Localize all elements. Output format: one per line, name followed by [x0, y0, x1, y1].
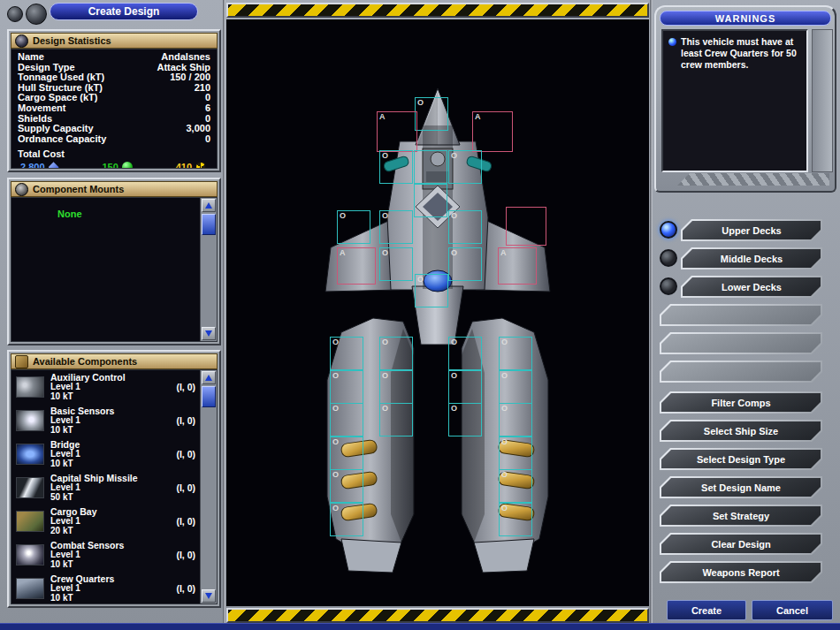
- scroll-down-icon: [205, 593, 212, 603]
- clear-design-button[interactable]: Clear Design: [660, 533, 822, 555]
- deck-button-upper-decks[interactable]: Upper Decks: [681, 219, 822, 241]
- organics-icon: [122, 162, 133, 169]
- ship-slot[interactable]: O: [379, 337, 413, 370]
- set-design-name-button[interactable]: Set Design Name: [660, 476, 822, 498]
- select-design-type-button[interactable]: Select Design Type: [660, 448, 822, 470]
- scroll-up-button[interactable]: [202, 371, 216, 384]
- component-size: 10 kT: [50, 560, 176, 570]
- ship-slot[interactable]: O: [330, 469, 363, 503]
- filter-comps-button[interactable]: Filter Comps: [660, 391, 822, 414]
- warnings-scrollbar-gutter: [812, 29, 833, 172]
- deck-button-lower-decks[interactable]: Lower Decks: [681, 276, 822, 298]
- component-level: Level 1: [50, 517, 176, 527]
- ship-slot[interactable]: O: [415, 274, 448, 307]
- cancel-button[interactable]: Cancel: [752, 600, 833, 620]
- button-label: Weapons Report: [660, 561, 822, 583]
- deck-radio-upper-decks[interactable]: [660, 221, 677, 239]
- component-list-item[interactable]: Capital Ship MissileLevel 150 kT(I, 0): [11, 471, 217, 505]
- ship-slot[interactable]: O: [448, 247, 482, 281]
- scroll-down-button[interactable]: [202, 327, 216, 340]
- weapons-report-button[interactable]: Weapons Report: [660, 561, 822, 583]
- available-components-title: Available Components: [33, 356, 137, 367]
- components-icon: [15, 355, 28, 368]
- ship-slot[interactable]: O: [379, 370, 413, 404]
- ship-slot[interactable]: O: [499, 337, 532, 370]
- ship-slot[interactable]: A: [377, 111, 417, 152]
- ship-slot[interactable]: O: [448, 210, 482, 244]
- bridge-icon: [16, 444, 44, 465]
- warning-bullet-icon: [668, 38, 676, 46]
- scroll-down-icon: [205, 330, 212, 340]
- cargo-bay-icon: [16, 511, 44, 532]
- ship-slot[interactable]: O: [415, 97, 448, 131]
- scroll-down-button[interactable]: [202, 589, 216, 603]
- ship-slot[interactable]: O: [499, 370, 532, 404]
- ship-slot[interactable]: O: [499, 436, 532, 470]
- component-list-item[interactable]: Crew QuartersLevel 110 kT(I, 0): [11, 572, 217, 604]
- slot-letter: O: [501, 504, 508, 512]
- ship-slot[interactable]: O: [448, 403, 482, 436]
- component-list-item[interactable]: BridgeLevel 110 kT(I, 0): [11, 437, 217, 471]
- selected-mount[interactable]: None: [57, 209, 82, 219]
- ship-design-viewport[interactable]: OAAOOOOOAOOAOOOOOOOOOOOOOOOOOOO: [226, 19, 649, 606]
- ship-slot[interactable]: O: [448, 150, 482, 184]
- design-statistics-title: Design Statistics: [33, 35, 111, 46]
- ship-slot[interactable]: O: [330, 403, 363, 436]
- capital-ship-missile-icon: [16, 477, 44, 498]
- deck-radio-lower-decks[interactable]: [660, 277, 677, 295]
- ship-slot[interactable]: O: [330, 436, 363, 470]
- component-size: 10 kT: [50, 392, 176, 402]
- component-list-item[interactable]: Cargo BayLevel 120 kT(I, 0): [11, 505, 217, 538]
- ship-slot[interactable]: O: [379, 403, 413, 436]
- screen: Create Design Design Statistics NameAnda…: [0, 0, 840, 630]
- ship-slot[interactable]: O: [499, 503, 532, 536]
- empty-deck-slot[interactable]: [660, 361, 822, 383]
- ship-slot[interactable]: O: [499, 403, 532, 436]
- ship-slot[interactable]: O: [337, 210, 370, 244]
- slot-letter: O: [382, 404, 388, 413]
- ship-slot[interactable]: O: [499, 469, 532, 503]
- button-label: Middle Decks: [681, 247, 822, 269]
- scroll-up-button[interactable]: [202, 199, 216, 212]
- ship-slot[interactable]: A: [472, 111, 513, 152]
- slot-letter: O: [451, 338, 457, 346]
- mounts-scrollbar[interactable]: [200, 198, 217, 341]
- ship-slot[interactable]: A: [498, 247, 537, 285]
- button-label: [660, 304, 822, 326]
- select-ship-size-button[interactable]: Select Ship Size: [660, 420, 822, 442]
- deck-button-middle-decks[interactable]: Middle Decks: [681, 247, 822, 269]
- create-button[interactable]: Create: [667, 600, 746, 620]
- component-mounts-title: Component Mounts: [33, 184, 124, 194]
- ship-slot[interactable]: O: [330, 503, 363, 536]
- combat-sensors-icon: [16, 544, 44, 565]
- slot-letter: O: [332, 470, 339, 479]
- component-list-item[interactable]: Combat SensorsLevel 110 kT(I, 0): [11, 538, 217, 572]
- ship-slot[interactable]: O: [379, 150, 413, 184]
- stat-label: Supply Capacity: [18, 124, 94, 134]
- ship-slot[interactable]: O: [448, 337, 482, 370]
- ship-slot[interactable]: O: [330, 337, 363, 370]
- scrollbar-thumb[interactable]: [202, 214, 216, 235]
- ship-slot[interactable]: O: [330, 370, 363, 404]
- component-list-item[interactable]: Auxiliary ControlLevel 110 kT(I, 0): [11, 370, 217, 404]
- slot-letter: O: [501, 371, 508, 380]
- ship-slot[interactable]: O: [379, 247, 413, 281]
- set-strategy-button[interactable]: Set Strategy: [660, 505, 822, 527]
- ship-slot[interactable]: O: [379, 210, 413, 244]
- component-level: Level 1: [50, 584, 176, 594]
- slot-letter: O: [451, 151, 457, 160]
- available-components-panel: Available Components Auxiliary ControlLe…: [7, 350, 221, 608]
- ship-slot[interactable]: A: [337, 247, 376, 285]
- gear-icon[interactable]: [7, 6, 23, 22]
- ship-slot[interactable]: [506, 207, 546, 246]
- deck-radio-middle-decks[interactable]: [660, 249, 677, 267]
- ship-slot[interactable]: [414, 150, 447, 184]
- ship-slot[interactable]: [414, 184, 447, 217]
- components-scrollbar[interactable]: [200, 370, 217, 603]
- component-list-item[interactable]: Basic SensorsLevel 110 kT(I, 0): [11, 404, 217, 437]
- ship-slot[interactable]: O: [448, 370, 482, 404]
- empty-deck-slot[interactable]: [660, 332, 822, 354]
- gear-icon[interactable]: [26, 4, 47, 25]
- scrollbar-thumb[interactable]: [202, 386, 216, 407]
- empty-deck-slot[interactable]: [660, 304, 822, 326]
